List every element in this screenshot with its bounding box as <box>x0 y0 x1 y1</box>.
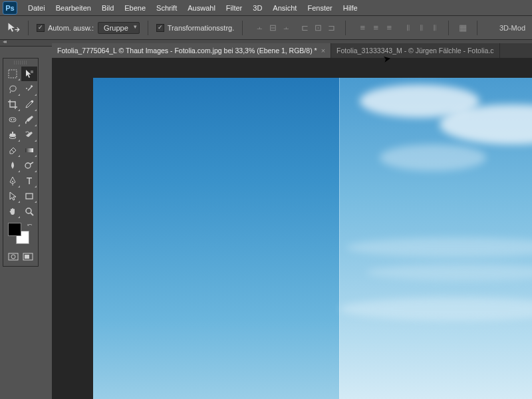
sky-layer-left <box>93 78 339 399</box>
app-logo[interactable]: Ps <box>3 1 17 15</box>
canvas-area[interactable] <box>52 58 532 399</box>
lasso-tool[interactable] <box>5 82 21 96</box>
svg-point-5 <box>9 137 16 139</box>
svg-rect-15 <box>25 255 29 259</box>
foreground-color[interactable] <box>8 223 21 236</box>
auto-align-icon[interactable]: ▦ <box>457 22 469 34</box>
screenmode-icon[interactable] <box>21 251 36 263</box>
menu-ansicht[interactable]: Ansicht <box>267 2 302 14</box>
menu-3d[interactable]: 3D <box>247 2 267 14</box>
menu-bild[interactable]: Bild <box>96 2 119 14</box>
distribute-bottom-icon[interactable]: ≡ <box>383 22 395 34</box>
transform-controls-checkbox[interactable]: ✓Transformationsstrg. <box>156 24 234 32</box>
svg-point-7 <box>25 163 31 168</box>
cursor-icon: ➤ <box>382 53 392 65</box>
eyedropper-tool[interactable] <box>21 97 37 112</box>
document-tab-inactive[interactable]: Fotolia_31333343_M - © Jürgen Fälchle - … <box>331 43 500 58</box>
menu-datei[interactable]: Datei <box>23 2 51 14</box>
zoom-tool[interactable] <box>21 204 37 219</box>
auto-select-label: Autom. ausw.: <box>48 24 94 32</box>
svg-point-1 <box>31 100 34 103</box>
clone-stamp-tool[interactable] <box>5 128 21 142</box>
3d-mode-label[interactable]: 3D-Mod <box>499 24 525 32</box>
brush-tool[interactable] <box>21 112 37 127</box>
svg-point-4 <box>13 119 15 120</box>
rectangle-tool[interactable] <box>21 189 37 203</box>
menu-bar: Ps Datei Bearbeiten Bild Ebene Schrift A… <box>0 0 532 16</box>
align-hcenter-icon[interactable]: ⊡ <box>312 22 324 34</box>
svg-rect-0 <box>9 70 17 78</box>
color-swatches[interactable]: ⤺ <box>5 221 37 248</box>
menu-filter[interactable]: Filter <box>221 2 247 14</box>
align-bottom-icon[interactable]: ⫠ <box>280 22 292 34</box>
path-select-tool[interactable] <box>5 189 21 203</box>
menu-ebene[interactable]: Ebene <box>119 2 151 14</box>
blur-tool[interactable] <box>5 158 21 173</box>
align-top-icon[interactable]: ⫠ <box>253 22 265 34</box>
move-tool-indicator[interactable] <box>7 21 20 35</box>
svg-point-8 <box>12 181 13 182</box>
tab-label: Fotolia_7775064_L © Thaut Images - Fotol… <box>57 47 317 55</box>
options-bar: ✓Autom. ausw.: Gruppe ✓Transformationsst… <box>0 16 532 40</box>
distribute-hcenter-icon[interactable]: ⦀ <box>415 22 427 34</box>
menu-fenster[interactable]: Fenster <box>302 2 337 14</box>
quickmask-icon[interactable] <box>6 251 21 263</box>
swap-colors-icon[interactable]: ⤺ <box>27 221 33 228</box>
marquee-tool[interactable] <box>5 66 21 81</box>
svg-rect-6 <box>25 148 33 152</box>
document-tab-bar: Fotolia_7775064_L © Thaut Images - Fotol… <box>52 43 532 58</box>
distribute-group: ≡ ≡ ≡ <box>356 22 395 34</box>
document-tab-active[interactable]: Fotolia_7775064_L © Thaut Images - Fotol… <box>52 43 331 58</box>
align-horiz-group: ⊏ ⊡ ⊐ <box>299 22 337 34</box>
crop-tool[interactable] <box>5 97 21 112</box>
svg-rect-2 <box>9 118 16 122</box>
dodge-tool[interactable] <box>21 158 37 173</box>
svg-point-11 <box>26 208 31 213</box>
move-tool[interactable] <box>21 66 37 81</box>
transform-controls-label: Transformationsstrg. <box>168 24 234 32</box>
svg-rect-10 <box>26 194 33 199</box>
close-icon[interactable]: × <box>321 47 325 55</box>
auto-select-dropdown[interactable]: Gruppe <box>98 22 140 34</box>
magic-wand-tool[interactable] <box>21 82 37 96</box>
history-brush-tool[interactable] <box>21 128 37 142</box>
menu-hilfe[interactable]: Hilfe <box>338 2 363 14</box>
spot-heal-tool[interactable] <box>5 112 21 127</box>
svg-point-13 <box>11 255 15 259</box>
document-canvas[interactable] <box>93 78 532 399</box>
align-vcenter-icon[interactable]: ⊟ <box>267 22 279 34</box>
align-right-icon[interactable]: ⊐ <box>325 22 337 34</box>
svg-text:T: T <box>27 176 33 186</box>
hand-tool[interactable] <box>5 204 21 219</box>
distribute-horiz-group: ⦀ ⦀ ⦀ <box>402 22 440 34</box>
type-tool[interactable]: T <box>21 174 37 188</box>
pen-tool[interactable] <box>5 174 21 188</box>
menu-auswahl[interactable]: Auswahl <box>182 2 221 14</box>
tools-panel: T ⤺ <box>3 58 39 267</box>
eraser-tool[interactable] <box>5 143 21 158</box>
menu-schrift[interactable]: Schrift <box>151 2 182 14</box>
distribute-vcenter-icon[interactable]: ≡ <box>370 22 382 34</box>
sky-layer-right <box>339 78 532 399</box>
panel-grip[interactable] <box>14 61 27 65</box>
distribute-right-icon[interactable]: ⦀ <box>428 22 440 34</box>
align-left-icon[interactable]: ⊏ <box>299 22 311 34</box>
tab-label: Fotolia_31333343_M - © Jürgen Fälchle - … <box>336 47 494 55</box>
svg-point-3 <box>11 119 12 120</box>
gradient-tool[interactable] <box>21 143 37 158</box>
distribute-top-icon[interactable]: ≡ <box>356 22 368 34</box>
distribute-left-icon[interactable]: ⦀ <box>402 22 414 34</box>
align-edges-group: ⫠ ⊟ ⫠ <box>253 22 292 34</box>
menu-bearbeiten[interactable]: Bearbeiten <box>51 2 96 14</box>
auto-select-checkbox[interactable]: ✓Autom. ausw.: <box>37 24 94 32</box>
